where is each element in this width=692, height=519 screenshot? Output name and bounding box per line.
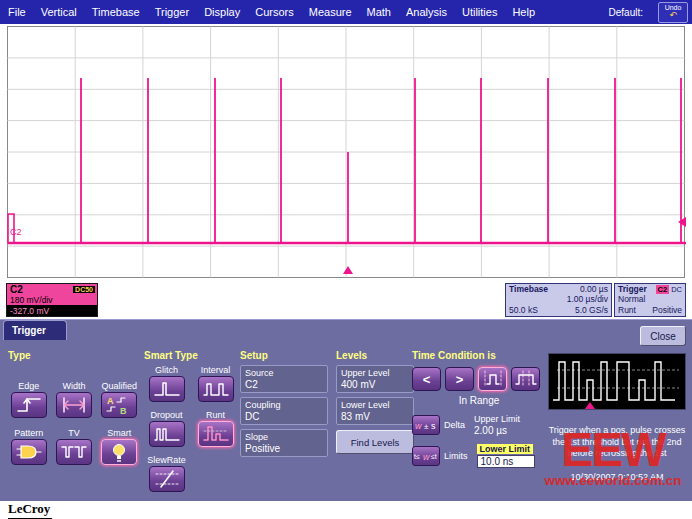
svg-text:≤t: ≤t — [431, 453, 437, 460]
smart-item-slewrate: SlewRate — [144, 455, 189, 492]
waveform-display: C2 — [0, 24, 692, 281]
smart-item-interval: Interval — [193, 365, 238, 402]
coupling-field[interactable]: Coupling DC — [240, 397, 328, 425]
qualified-trigger-button[interactable]: A B — [101, 392, 137, 418]
type-item-qualified: Qualified A B — [99, 381, 140, 418]
upper-limit-label: Upper Limit — [474, 414, 520, 424]
qualified-icon: A B — [104, 395, 134, 415]
lower-level-field[interactable]: Lower Level 83 mV — [336, 397, 414, 425]
type-item-width: Width — [53, 381, 94, 418]
runt-icon — [201, 424, 231, 444]
menu-measure[interactable]: Measure — [309, 6, 352, 18]
smart-item-glitch: Glitch — [144, 365, 189, 402]
type-item-tv: TV — [53, 428, 94, 465]
runt-preview-icon — [549, 354, 687, 411]
edge-trigger-button[interactable] — [11, 392, 47, 418]
timebase-samples: 50.0 kS — [509, 306, 538, 315]
dialog-timestamp: 10/30/2007 9:10:52 AM — [548, 472, 686, 482]
svg-text:t≤: t≤ — [414, 453, 420, 460]
menu-utilities[interactable]: Utilities — [462, 6, 497, 18]
menu-vertical[interactable]: Vertical — [41, 6, 77, 18]
c2-vdiv: 180 mV/div — [7, 295, 97, 305]
pattern-icon — [14, 442, 44, 462]
section-setup: Setup Source C2 Coupling DC Slope Positi… — [240, 350, 328, 457]
svg-text:w: w — [415, 421, 422, 431]
menu-analysis[interactable]: Analysis — [406, 6, 447, 18]
upper-limit-value[interactable]: 2.00 µs — [474, 425, 520, 436]
source-field[interactable]: Source C2 — [240, 365, 328, 393]
trigger-type: Runt — [618, 306, 636, 315]
close-button[interactable]: Close — [640, 326, 686, 346]
lower-limit-label[interactable]: Lower Limit — [477, 444, 534, 454]
undo-icon: ↶ — [669, 11, 677, 20]
smart-item-dropout: Dropout — [144, 410, 189, 447]
default-label: Default: — [609, 7, 643, 18]
menu-cursors[interactable]: Cursors — [255, 6, 294, 18]
in-range-icon — [480, 369, 506, 389]
channel-c2-descriptor[interactable]: C2 DC50 180 mV/div -327.0 mV — [6, 283, 98, 317]
dropout-icon — [152, 424, 182, 444]
section-trigger-preview: Trigger when a pos. pulse crosses the 1s… — [548, 350, 686, 482]
section-type: Type Edge Width — [8, 350, 140, 465]
upper-level-field[interactable]: Upper Level 400 mV — [336, 365, 414, 393]
limits-label: Limits — [444, 451, 468, 461]
runt-trigger-button[interactable] — [198, 421, 234, 447]
footer-bar: LeCroy — [0, 501, 692, 519]
interval-trigger-button[interactable] — [198, 376, 234, 402]
tv-trigger-button[interactable] — [56, 439, 92, 465]
timebase-rate: 5.0 GS/s — [575, 306, 608, 315]
tv-icon — [59, 442, 89, 462]
menu-trigger[interactable]: Trigger — [155, 6, 189, 18]
section-time-condition: Time Condition is < > — [412, 350, 546, 468]
width-trigger-button[interactable] — [56, 392, 92, 418]
source-value: C2 — [245, 379, 323, 390]
in-range-button[interactable] — [478, 367, 507, 391]
timebase-descriptor[interactable]: Timebase 0.00 µs 1.00 µs/div 50.0 kS 5.0… — [505, 283, 612, 317]
trigger-description: Trigger when a pos. pulse crosses the 1s… — [548, 425, 686, 460]
undo-button[interactable]: Undo ↶ — [658, 2, 688, 23]
limits-icon: t≤ w ≤t — [413, 447, 439, 465]
levels-section-title: Levels — [336, 350, 414, 361]
menu-help[interactable]: Help — [512, 6, 535, 18]
svg-text:±: ± — [424, 422, 429, 431]
dropout-trigger-button[interactable] — [149, 421, 185, 447]
lecroy-logo: LeCroy — [8, 501, 52, 519]
find-levels-button[interactable]: Find Levels — [336, 430, 414, 454]
lower-limit-value[interactable]: 10.0 ns — [477, 455, 535, 468]
slope-value: Positive — [245, 443, 323, 454]
out-of-range-button[interactable] — [511, 367, 540, 391]
waveform-channel-label: C2 — [10, 227, 22, 237]
trigger-preview-graphic — [548, 353, 686, 410]
greater-than-button[interactable]: > — [445, 367, 474, 391]
trigger-descriptor[interactable]: Trigger C2DC Normal Runt Positive — [614, 283, 686, 317]
less-than-button[interactable]: < — [412, 367, 441, 391]
slope-field[interactable]: Slope Positive — [240, 429, 328, 457]
type-item-pattern: Pattern — [8, 428, 49, 465]
trigger-coupling: DC — [671, 285, 682, 294]
menu-timebase[interactable]: Timebase — [92, 6, 140, 18]
section-smart-type: Smart Type Glitch Interval — [144, 350, 238, 492]
slewrate-trigger-button[interactable] — [149, 466, 185, 492]
type-item-smart: Smart — [99, 428, 140, 465]
smart-trigger-button[interactable] — [101, 439, 137, 465]
menu-file[interactable]: File — [8, 6, 26, 18]
delta-button[interactable]: w ± s — [412, 415, 440, 435]
menu-math[interactable]: Math — [367, 6, 391, 18]
glitch-trigger-button[interactable] — [149, 376, 185, 402]
waveform-svg: C2 — [0, 24, 692, 281]
pattern-trigger-button[interactable] — [11, 439, 47, 465]
tab-trigger[interactable]: Trigger — [3, 320, 67, 340]
upper-level-value: 400 mV — [341, 379, 409, 390]
menu-display[interactable]: Display — [204, 6, 240, 18]
trigger-label: Trigger — [618, 285, 647, 294]
time-condition-title: Time Condition is — [412, 350, 546, 361]
lower-level-value: 83 mV — [341, 411, 409, 422]
section-levels: Levels Upper Level 400 mV Lower Level 83… — [336, 350, 414, 454]
interval-icon — [201, 379, 231, 399]
limits-button[interactable]: t≤ w ≤t — [412, 446, 440, 466]
c2-name: C2 — [10, 284, 23, 295]
smart-type-section-title: Smart Type — [144, 350, 238, 361]
oscilloscope-screen: File Vertical Timebase Trigger Display C… — [0, 0, 692, 519]
trigger-dialog: Trigger Close Type Edge Width — [0, 319, 692, 501]
glitch-icon — [152, 379, 182, 399]
